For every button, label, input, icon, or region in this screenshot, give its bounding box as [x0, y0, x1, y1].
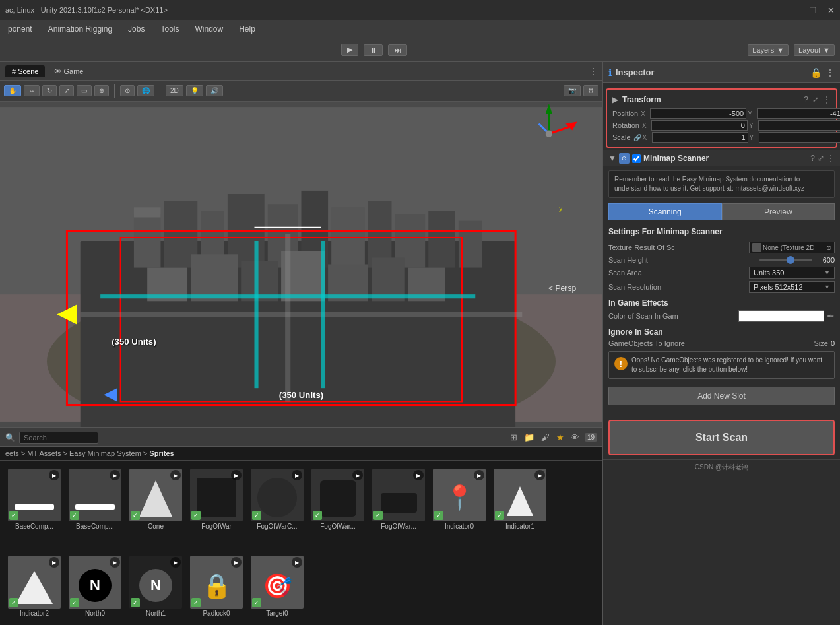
scan-area-arrow-icon: ▼	[824, 269, 830, 276]
eye-icon[interactable]: 👁	[569, 431, 581, 444]
tab-scanning[interactable]: Scanning	[608, 203, 722, 220]
window-controls: — ☐ ✕	[790, 5, 835, 15]
move-tool[interactable]: ↔	[24, 85, 40, 96]
tab-scene[interactable]: # Scene	[5, 65, 45, 77]
list-item[interactable]: ✓ ▶ FogOfWar...	[370, 466, 428, 548]
main-layout: # Scene 👁 Game ⋮ ✋ ↔ ↻ ⤢ ▭ ⊕ ⊙ 🌐 2D 💡 🔊	[0, 62, 840, 625]
menu-item-component[interactable]: ponent	[5, 23, 35, 35]
menu-item-animation[interactable]: Animation Rigging	[46, 23, 115, 35]
asset-play-icon: ▶	[474, 470, 484, 480]
list-item[interactable]: ✓ ▶ FogOfWar	[187, 466, 245, 548]
position-y-input[interactable]	[757, 108, 840, 119]
list-item[interactable]: 🔒 ✓ ▶ Padlock0	[187, 553, 245, 620]
list-item[interactable]: ✓ ▶ FogOfWar...	[309, 466, 367, 548]
asset-label: Indicator1	[505, 523, 534, 530]
asset-thumbnail: ✓ ▶	[69, 469, 121, 521]
asset-check-icon: ✓	[131, 598, 140, 607]
scan-area-dropdown[interactable]: Units 350 ▼	[749, 267, 835, 279]
list-item[interactable]: N ✓ ▶ North0	[66, 553, 124, 620]
menu-item-tools[interactable]: Tools	[158, 23, 181, 35]
texture-field[interactable]: None (Texture 2D ⊙	[749, 242, 835, 253]
inspector-content: ▶ Transform ? ⤢ ⋮ Position X	[603, 83, 840, 625]
list-item[interactable]: ✓ ▶ FogOfWarC...	[248, 466, 306, 548]
search-input[interactable]	[19, 432, 98, 444]
asset-thumbnail: 🎯 ✓ ▶	[251, 556, 304, 609]
scale-y-input[interactable]	[759, 132, 840, 143]
inspector-title: Inspector	[616, 67, 806, 77]
scanner-menu-icon[interactable]: ⋮	[827, 154, 835, 163]
add-slot-button[interactable]: Add New Slot	[608, 387, 835, 405]
list-item[interactable]: ✓ ▶ BaseComp...	[5, 466, 63, 548]
scale-x-input[interactable]	[652, 132, 748, 143]
scan-resolution-dropdown[interactable]: Pixels 512x512 ▼	[749, 281, 835, 293]
scanner-snap-icon[interactable]: ⤢	[818, 154, 824, 163]
scene-viewport[interactable]: (350 Units) (350 Units) < Persp y	[0, 102, 602, 427]
star-icon[interactable]: ★	[555, 431, 565, 444]
folder-icon[interactable]: 📁	[523, 431, 536, 444]
asset-check-icon: ✓	[191, 598, 201, 607]
layout-dropdown[interactable]: Layout ▼	[794, 44, 835, 56]
transform-snap-icon[interactable]: ⤢	[812, 95, 819, 104]
layout-icon[interactable]: ⊞	[509, 431, 519, 444]
asset-label: FogOfWarC...	[257, 523, 297, 530]
breadcrumb-current: Sprites	[149, 449, 174, 457]
scale-tool[interactable]: ⤢	[59, 85, 74, 96]
hand-tool[interactable]: ✋	[4, 85, 21, 96]
rotation-label: Rotation	[612, 121, 639, 129]
list-item[interactable]: 🎯 ✓ ▶ Target0	[248, 553, 306, 620]
tab-game[interactable]: 👁 Game	[48, 65, 90, 77]
menu-item-help[interactable]: Help	[236, 23, 258, 35]
list-item[interactable]: ✓ ▶ Indicator2	[5, 553, 63, 620]
menu-item-jobs[interactable]: Jobs	[125, 23, 147, 35]
list-item[interactable]: ✓ ▶ Indicator1	[491, 466, 549, 548]
svg-rect-27	[100, 294, 475, 298]
scan-height-slider[interactable]	[759, 259, 812, 261]
scanner-help-icon[interactable]: ?	[810, 154, 815, 163]
transform-tool[interactable]: ⊕	[94, 85, 109, 96]
list-item[interactable]: ✓ ▶ Cone	[127, 466, 185, 548]
color-picker[interactable]	[738, 310, 824, 322]
transform-menu-icon[interactable]: ⋮	[823, 95, 831, 104]
lock-icon[interactable]: 🔒	[810, 67, 822, 78]
eyedropper-icon[interactable]: ✒	[827, 311, 835, 321]
camera-tool[interactable]: 📷	[564, 85, 581, 96]
paint-icon[interactable]: 🖌	[540, 431, 551, 444]
pause-button[interactable]: ⏸	[364, 44, 383, 56]
maximize-button[interactable]: ☐	[809, 5, 817, 15]
2d-toggle[interactable]: 2D	[166, 85, 183, 96]
scene-menu-icon[interactable]: ⋮	[589, 67, 597, 76]
minimize-button[interactable]: —	[790, 5, 798, 15]
rotate-tool[interactable]: ↻	[42, 85, 57, 96]
step-button[interactable]: ⏭	[388, 44, 407, 56]
rotation-x-input[interactable]	[651, 120, 748, 131]
audio-tool[interactable]: 🔊	[206, 85, 223, 96]
scanner-enabled-checkbox[interactable]	[632, 154, 641, 163]
asset-thumbnail: 📍 ✓ ▶	[433, 469, 486, 521]
lighting-tool[interactable]: 💡	[186, 85, 203, 96]
rotation-y-input[interactable]	[758, 120, 840, 131]
layers-dropdown[interactable]: Layers ▼	[748, 44, 789, 56]
start-scan-button[interactable]: Start Scan	[608, 420, 835, 455]
scanner-header: ▼ ⊙ Minimap Scanner ? ⤢ ⋮	[603, 150, 840, 166]
titlebar-title: ac, Linux - Unity 2021.3.10f1c2 Personal…	[5, 6, 168, 14]
list-item[interactable]: 📍 ✓ ▶ Indicator0	[430, 466, 488, 548]
list-item[interactable]: ✓ ▶ BaseComp...	[66, 466, 124, 548]
close-button[interactable]: ✕	[827, 5, 835, 15]
tab-preview[interactable]: Preview	[722, 203, 835, 220]
assets-grid: ✓ ▶ BaseComp... ✓ ▶ BaseComp...	[0, 461, 602, 553]
menu-item-window[interactable]: Window	[192, 23, 226, 35]
global-tool[interactable]: 🌐	[137, 85, 154, 96]
asset-play-icon: ▶	[49, 470, 59, 480]
transform-help-icon[interactable]: ?	[804, 95, 808, 104]
play-button[interactable]: ▶	[341, 44, 358, 56]
position-x-input[interactable]	[650, 108, 746, 119]
layout-label: Layout	[798, 46, 820, 54]
list-item[interactable]: N ✓ ▶ North1	[127, 553, 185, 620]
gizmo-tool[interactable]: ⚙	[583, 85, 598, 96]
asset-thumbnail: ✓ ▶	[251, 469, 304, 521]
inspector-menu-icon[interactable]: ⋮	[825, 67, 835, 78]
rect-tool[interactable]: ▭	[77, 85, 92, 96]
pivot-tool[interactable]: ⊙	[120, 85, 135, 96]
asset-label: Cone	[148, 523, 164, 530]
scene-icon: #	[12, 67, 18, 75]
